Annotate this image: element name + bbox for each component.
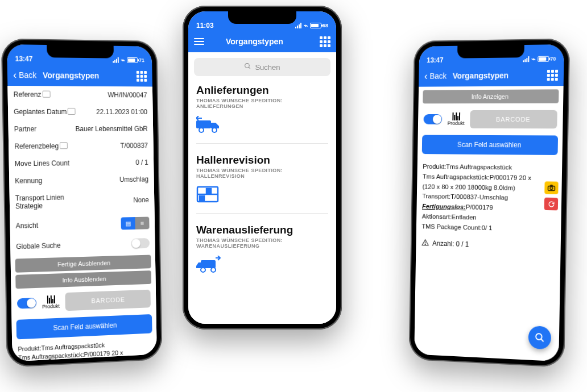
back-label: Back [19, 70, 36, 80]
detail-content: Referenz WH/IN/00047 Geplantes Datum 22.… [7, 86, 156, 361]
wifi-icon: ⌁ [531, 55, 535, 63]
scan-details: Produkt:Tms Auftragspackstück Tms Auftra… [416, 157, 563, 240]
card-subtitle: THOMAS WÜNSCHE SPEDITION: HALLENREVISION [196, 168, 328, 179]
barcode-button[interactable]: BARCODE [470, 110, 557, 128]
scan-controls: Produkt BARCODE [418, 107, 563, 132]
phone-mockup-right: 13:47 ⌁ 70 ‹ Back Vorgangstypen [409, 39, 571, 368]
signal-icon [295, 23, 301, 28]
field-refbeleg: Referenzbeleg T/000837 [9, 137, 154, 155]
globale-suche-toggle[interactable] [131, 238, 150, 249]
apps-button[interactable] [303, 36, 330, 47]
svg-rect-7 [200, 196, 204, 201]
field-datum: Geplantes Datum 22.11.2023 01:00 [8, 103, 153, 120]
grid-icon [137, 70, 147, 81]
svg-line-17 [541, 339, 544, 342]
nav-bar: ‹ Back Vorgangstypen [7, 64, 152, 87]
search-icon [244, 62, 251, 72]
apps-button[interactable] [531, 69, 558, 81]
signal-icon [523, 56, 529, 62]
svg-rect-9 [201, 260, 216, 268]
scan-content: Info Anzeigen Produkt BARCODE Scan Feld … [414, 86, 563, 361]
svg-point-16 [536, 333, 542, 340]
type-card-hallenrevision[interactable]: Hallenrevision THOMAS WÜNSCHE SPEDITION:… [196, 154, 328, 214]
search-input[interactable]: Suchen [194, 58, 330, 76]
card-title: Hallenrevision [196, 154, 328, 166]
page-title: Vorgangstypen [450, 70, 531, 80]
chevron-left-icon: ‹ [424, 70, 428, 82]
copy-icon[interactable] [61, 143, 68, 149]
refresh-button[interactable] [544, 198, 558, 211]
shelf-icon [196, 186, 328, 205]
card-subtitle: THOMAS WÜNSCHE SPEDITION: WARENAUSLIEFER… [196, 237, 328, 249]
status-time: 13:47 [15, 55, 33, 63]
signal-icon [113, 57, 119, 63]
type-card-anlieferungen[interactable]: Anlieferungen THOMAS WÜNSCHE SPEDITION: … [196, 84, 328, 144]
barcode-icon [452, 112, 460, 120]
device-notch [47, 45, 114, 59]
type-list: Suchen Anlieferungen THOMAS WÜNSCHE SPED… [188, 52, 336, 324]
svg-rect-2 [196, 120, 211, 128]
back-button[interactable]: ‹ Back [424, 70, 450, 82]
field-partner: Partner Bauer Lebensmittel GbR [8, 120, 153, 138]
menu-button[interactable] [194, 38, 221, 45]
phone-mockup-middle: 11:03 ⌁ 68 Vorgangstypen [183, 6, 342, 330]
field-strategie: Transport Linien Strategie None [10, 187, 155, 215]
truck-out-icon [196, 256, 328, 275]
nav-bar: ‹ Back Vorgangstypen [419, 64, 564, 87]
status-time: 13:47 [427, 56, 444, 64]
scan-controls: Produkt BARCODE [11, 286, 156, 316]
produkt-chip: Produkt [448, 112, 465, 126]
produkt-toggle[interactable] [17, 298, 36, 309]
info-anzeigen-button[interactable]: Info Anzeigen [423, 89, 559, 103]
scan-feld-button[interactable]: Scan Feld auswählen [16, 314, 152, 339]
page-title: Vorgangstypen [40, 70, 121, 80]
scan-feld-button[interactable]: Scan Feld auswählen [422, 135, 558, 155]
barcode-icon [47, 295, 55, 304]
fertige-ausblenden-button[interactable]: Fertige Ausblenden [15, 255, 151, 273]
chevron-left-icon: ‹ [13, 69, 16, 81]
grid-icon [320, 36, 330, 47]
type-card-warenauslieferung[interactable]: Warenauslieferung THOMAS WÜNSCHE SPEDITI… [196, 224, 328, 283]
product-details: Produkt:Tms Auftragspackstück Tms Auftra… [12, 336, 157, 361]
svg-point-10 [201, 268, 205, 272]
battery-icon: 71 [127, 57, 144, 63]
wifi-icon: ⌁ [121, 56, 125, 64]
device-notch [228, 11, 296, 24]
svg-line-1 [249, 67, 251, 69]
svg-point-4 [212, 128, 217, 132]
produkt-chip: Produkt [42, 295, 60, 310]
svg-rect-8 [206, 189, 211, 193]
card-subtitle: THOMAS WÜNSCHE SPEDITION: ANLIEFERUNGEN [196, 98, 328, 109]
produkt-toggle[interactable] [424, 114, 443, 124]
phone-mockup-left: 13:47 ⌁ 71 ‹ Back Vorgangstypen [1, 39, 163, 368]
back-label: Back [429, 72, 447, 81]
card-title: Anlieferungen [196, 84, 328, 97]
field-globale-suche: Globale Suche [10, 233, 155, 257]
view-list-button[interactable]: ▤ [121, 217, 135, 230]
copy-icon[interactable] [43, 92, 50, 98]
search-placeholder: Suchen [255, 63, 280, 72]
back-button[interactable]: ‹ Back [13, 69, 40, 81]
battery-icon: 70 [538, 56, 556, 62]
card-title: Warenauslieferung [196, 224, 328, 236]
info-ausblenden-button[interactable]: Info Ausblenden [15, 270, 151, 289]
svg-point-15 [425, 244, 425, 244]
svg-point-0 [245, 64, 250, 68]
status-time: 11:03 [196, 22, 214, 30]
field-ansicht: Ansicht ▤ ≡ [10, 212, 155, 237]
hamburger-icon [194, 38, 204, 45]
svg-point-13 [550, 187, 553, 190]
view-grid-button[interactable]: ≡ [135, 217, 149, 230]
device-notch [457, 45, 524, 59]
truck-in-icon [196, 116, 328, 135]
camera-button[interactable] [544, 181, 558, 194]
search-fab[interactable] [528, 326, 552, 349]
battery-icon: 68 [310, 23, 328, 28]
copy-icon[interactable] [69, 109, 76, 115]
barcode-button[interactable]: BARCODE [65, 290, 151, 311]
anzahl-label: Anzahl: 0 / 1 [432, 240, 469, 249]
grid-icon [547, 69, 558, 80]
warning-icon [421, 239, 429, 248]
page-title: Vorgangstypen [221, 37, 303, 46]
apps-button[interactable] [121, 70, 147, 81]
